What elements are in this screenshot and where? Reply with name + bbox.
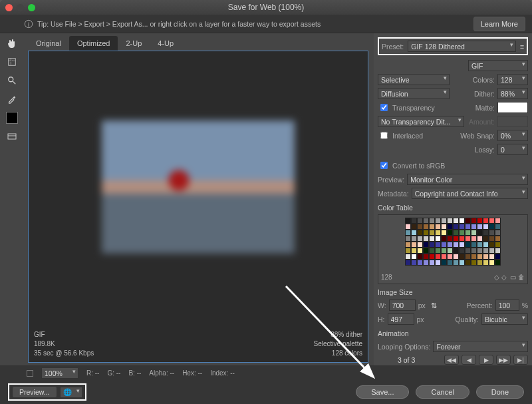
preview-canvas[interactable]: GIF 189.8K 35 sec @ 56.6 Kbps 88% dither… [28,51,368,363]
minimize-icon [17,4,24,11]
trans-dither-select[interactable]: No Transparency Dit... [378,116,464,127]
width-field[interactable] [389,300,416,311]
colortable-label: Color Table [378,204,528,212]
hand-tool-icon[interactable] [6,37,18,49]
info-icon: i [24,19,33,29]
tip-bar: i Tip: Use File > Export > Export As... … [0,15,532,33]
frame-indicator: 3 of 3 [398,356,415,364]
amount-field [497,116,528,127]
zoom-tool-icon[interactable] [6,75,18,87]
first-frame-button[interactable]: ◀◀ [444,355,459,365]
preview-button[interactable]: Preview... [12,386,57,398]
transparency-checkbox[interactable] [380,104,388,111]
preset-label: Preset: [382,43,404,51]
dither-type-select[interactable]: Diffusion [378,88,450,99]
prev-frame-button[interactable]: ◀ [462,355,476,365]
toggle-slices-icon[interactable] [27,370,33,377]
done-button[interactable]: Done [476,385,524,399]
tool-column [0,33,24,365]
svg-rect-4 [8,134,16,139]
animation-label: Animation [378,329,528,337]
colors-select[interactable]: 128 [497,74,528,85]
imagesize-label: Image Size [378,288,528,296]
reduction-select[interactable]: Selective [378,74,450,85]
srgb-checkbox[interactable] [380,162,388,169]
preset-select[interactable]: GIF 128 Dithered [408,41,516,52]
link-icon[interactable]: ⇅ [431,302,437,309]
settings-panel: Preset: GIF 128 Dithered ≡ GIF Selective… [374,33,532,365]
tab-2up[interactable]: 2-Up [118,36,150,51]
format-select[interactable]: GIF [468,60,528,71]
window-title: Save for Web (100%) [0,3,532,12]
browser-select[interactable]: 🌐 [60,387,82,398]
slice-tool-icon[interactable] [6,56,18,68]
eyedropper-tool-icon[interactable] [6,93,18,105]
colortable-count: 128 [381,274,392,281]
close-icon[interactable] [5,4,13,11]
info-strip: 100% R: -- G: -- B: -- Alpha: -- Hex: --… [0,365,532,380]
looping-select[interactable]: Forever [433,341,528,352]
titlebar: Save for Web (100%) [0,0,532,15]
view-tabs: Original Optimized 2-Up 4-Up [24,33,372,51]
color-swatch[interactable] [6,112,18,124]
tab-optimized[interactable]: Optimized [69,36,118,51]
cancel-button[interactable]: Cancel [416,385,469,399]
preview-select[interactable]: Monitor Color [407,174,528,185]
save-button[interactable]: Save... [356,385,409,399]
matte-swatch[interactable] [497,102,528,113]
websnap-select[interactable]: 0% [497,130,528,141]
svg-rect-2 [9,59,16,66]
tab-4up[interactable]: 4-Up [150,36,182,51]
window-controls [0,4,35,11]
bottom-bar: Preview... 🌐 Save... Cancel Done [0,380,532,404]
tip-text: Tip: Use File > Export > Export As... or… [37,20,321,28]
image-preview [102,120,295,254]
color-table[interactable]: 128 ◇ ◇ ▭ 🗑 [378,214,528,284]
learn-more-button[interactable]: Learn More [473,17,525,31]
svg-text:i: i [28,21,29,27]
interlaced-checkbox[interactable] [380,132,388,139]
preview-metadata: GIF 189.8K 35 sec @ 56.6 Kbps 88% dither… [34,330,362,358]
preset-menu-icon[interactable]: ≡ [520,43,524,51]
toggle-panels-icon[interactable] [6,130,18,142]
last-frame-button[interactable]: ▶| [513,355,528,365]
play-button[interactable]: ▶ [479,355,493,365]
quality-select[interactable]: Bicubic [481,313,528,325]
metadata-select[interactable]: Copyright and Contact Info [412,188,528,199]
svg-point-3 [9,77,13,82]
tab-original[interactable]: Original [28,36,69,51]
zoom-select[interactable]: 100% [41,367,78,379]
percent-field[interactable] [495,300,519,311]
lossy-select[interactable]: 0 [497,144,528,155]
dither-select[interactable]: 88% [497,88,528,99]
height-field[interactable] [388,313,414,325]
zoom-icon[interactable] [28,4,35,11]
next-frame-button[interactable]: ▶▶ [496,355,511,365]
